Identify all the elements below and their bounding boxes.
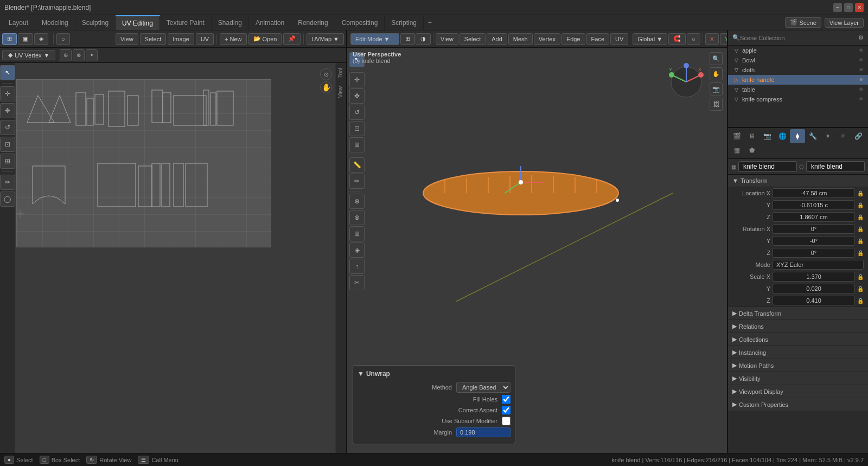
vp-offset-edge[interactable]: ⊗ (349, 210, 365, 225)
vp-x-axis[interactable]: X (705, 33, 719, 45)
uv-tool-1[interactable]: ⊕ (60, 49, 72, 61)
tab-animation[interactable]: Animation (249, 15, 291, 30)
scale-y-value[interactable]: 0.020 (773, 284, 855, 293)
uv-select-btn[interactable]: Select (140, 33, 167, 45)
transform-section-header[interactable]: ▼ Transform (728, 175, 868, 187)
vp-wireframe-toggle[interactable]: ⊞ (400, 33, 415, 45)
uv-snap[interactable]: ◈ (34, 33, 48, 45)
props-render-tab[interactable]: 🎬 (729, 129, 744, 143)
scale-z-value[interactable]: 0.410 (773, 296, 855, 305)
props-object-tab[interactable]: ⧫ (790, 129, 805, 143)
uv-image-btn[interactable]: Image (168, 33, 194, 45)
vp-scale-tool[interactable]: ⊡ (349, 121, 365, 136)
add-workspace-button[interactable]: + (424, 15, 436, 30)
maximize-button[interactable]: □ (844, 3, 853, 12)
uv-new-button[interactable]: + New (220, 33, 246, 45)
outliner-item-apple[interactable]: ▽ apple 👁 (728, 46, 868, 55)
props-output-tab[interactable]: 🖥 (744, 129, 760, 143)
minimize-button[interactable]: − (833, 3, 842, 12)
tool-panel-tab[interactable]: Tool (336, 63, 346, 82)
tab-scripting[interactable]: Scripting (385, 15, 424, 30)
vp-move-tool[interactable]: ✥ (349, 88, 365, 104)
vp-snapping[interactable]: 🧲 (668, 33, 686, 45)
vp-hand-button[interactable]: ✋ (710, 67, 723, 80)
props-constraints-tab[interactable]: 🔗 (851, 129, 866, 143)
uv-open-button[interactable]: 📂 Open (248, 33, 282, 45)
outliner-filter-icon[interactable]: ⚙ (858, 34, 864, 41)
tab-rendering[interactable]: Rendering (291, 15, 335, 30)
uv-mode-button[interactable]: ⊞ (2, 33, 17, 45)
view-layer-selector[interactable]: View Layer (825, 18, 864, 28)
vp-face-menu[interactable]: Face (586, 33, 609, 45)
motion-paths-section-header[interactable]: ▶ Motion Paths (728, 359, 868, 372)
rotation-y-value[interactable]: -0° (773, 236, 855, 246)
uv-scale-tool[interactable]: ⊡ (0, 137, 15, 152)
uv-proportional[interactable]: ○ (56, 33, 70, 45)
props-particles-tab[interactable]: ✦ (820, 129, 835, 143)
vp-cursor-tool[interactable]: ✛ (349, 72, 365, 87)
method-selector[interactable]: Angle Based Conformal (456, 382, 510, 393)
vp-mode-selector[interactable]: Edit Mode ▼ (350, 33, 399, 45)
vp-rotate-tool[interactable]: ↺ (349, 105, 365, 120)
tab-sculpting[interactable]: Sculpting (75, 15, 116, 30)
tab-uv-editing[interactable]: UV Editing (116, 15, 160, 30)
uv-view-btn[interactable]: View (116, 33, 138, 45)
vp-select-menu[interactable]: Select (459, 33, 486, 45)
use-subsurf-checkbox[interactable] (502, 417, 510, 425)
outliner-item-table[interactable]: ▽ table 👁 (728, 85, 868, 94)
viewport-display-section-header[interactable]: ▶ Viewport Display (728, 385, 868, 398)
props-scene-tab[interactable]: 🌐 (775, 129, 790, 143)
uv-grab[interactable]: ✋ (320, 81, 332, 93)
uv-uv-btn[interactable]: UV (196, 33, 214, 45)
rotation-x-value[interactable]: 0° (773, 224, 855, 234)
collections-section-header[interactable]: ▶ Collections (728, 333, 868, 346)
tab-modeling[interactable]: Modeling (35, 15, 75, 30)
tab-texture-paint[interactable]: Texture Paint (160, 15, 212, 30)
vp-add-menu[interactable]: Add (487, 33, 507, 45)
vp-extrude[interactable]: ↑ (349, 259, 365, 274)
uv-erase-tool[interactable]: ◯ (0, 191, 15, 207)
relations-section-header[interactable]: ▶ Relations (728, 320, 868, 333)
uv-transform-tool[interactable]: ⊞ (0, 154, 15, 169)
vp-loop-cut[interactable]: ⊕ (349, 194, 365, 209)
vp-uv-menu[interactable]: UV (610, 33, 628, 45)
props-material-tab[interactable]: ⬟ (744, 143, 760, 157)
fill-holes-checkbox[interactable] (502, 395, 510, 404)
uv-vertex-mode[interactable]: ◆ UV Vertex ▼ (2, 50, 55, 60)
outliner-item-knife-handle[interactable]: ▷ knife handle 👁 (728, 75, 868, 85)
uv-cursor-tool[interactable]: ✛ (0, 86, 15, 101)
vp-bevel[interactable]: ◈ (349, 242, 365, 258)
uv-rotate-tool[interactable]: ↺ (0, 120, 15, 135)
vp-y-axis[interactable]: Y (720, 33, 727, 45)
props-view-layer-tab[interactable]: 📷 (760, 129, 775, 143)
vp-measure-tool[interactable]: 📏 (349, 157, 365, 173)
outliner-item-knife-compress[interactable]: ▽ knife compress 👁 (728, 94, 868, 104)
vp-vertex-menu[interactable]: Vertex (534, 33, 560, 45)
location-y-value[interactable]: -0.61015 c (773, 200, 855, 210)
object-name-field[interactable]: knife blend (738, 161, 797, 172)
props-modifier-tab[interactable]: 🔧 (805, 129, 820, 143)
data-name-field[interactable]: knife blend (806, 161, 865, 172)
vp-transform-tool[interactable]: ⊞ (349, 137, 365, 152)
uv-zoom-fit[interactable]: ⊙ (320, 68, 332, 80)
uv-move-tool[interactable]: ✥ (0, 103, 15, 118)
uv-tool-2[interactable]: ⊗ (73, 49, 85, 61)
outliner-item-cloth[interactable]: ▽ cloth 👁 (728, 65, 868, 75)
props-physics-tab[interactable]: ⚛ (835, 129, 851, 143)
view-panel-tab[interactable]: View (336, 82, 346, 103)
vp-proportional[interactable]: ○ (687, 33, 700, 45)
vp-transform-orient[interactable]: Global ▼ (633, 33, 667, 45)
uv-pin-button[interactable]: 📌 (283, 33, 301, 45)
tab-layout[interactable]: Layout (2, 15, 35, 30)
uv-select-tool[interactable]: ↖ (0, 65, 15, 80)
delta-transform-section-header[interactable]: ▶ Delta Transform (728, 307, 868, 320)
uvmap-selector[interactable]: UVMap ▼ (307, 33, 344, 45)
vp-view-menu[interactable]: View (436, 33, 458, 45)
vp-mesh-menu[interactable]: Mesh (508, 33, 533, 45)
visibility-section-header[interactable]: ▶ Visibility (728, 372, 868, 385)
uv-tool-3[interactable]: ✦ (86, 49, 98, 61)
rotation-z-value[interactable]: 0° (773, 248, 855, 258)
location-x-value[interactable]: -47.58 cm (773, 188, 855, 198)
scene-selector[interactable]: 🎬 User Perspective Scene (785, 17, 821, 28)
correct-aspect-checkbox[interactable] (502, 406, 510, 414)
